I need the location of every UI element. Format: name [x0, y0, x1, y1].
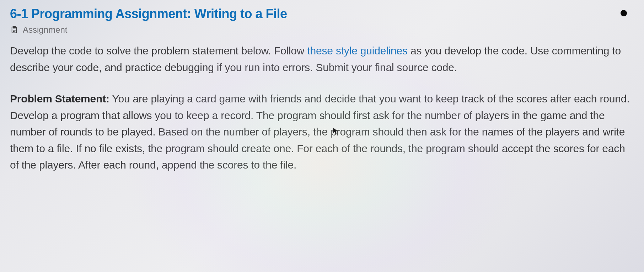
- assignment-type-label: Assignment: [23, 25, 67, 35]
- assignment-icon: [10, 26, 18, 34]
- style-guidelines-link[interactable]: these style guidelines: [307, 45, 407, 57]
- svg-rect-1: [13, 26, 15, 28]
- problem-statement-label: Problem Statement:: [10, 93, 109, 105]
- status-indicator-dot: [621, 10, 627, 16]
- intro-text-before: Develop the code to solve the problem st…: [10, 45, 307, 57]
- assignment-type-row: Assignment: [10, 25, 634, 35]
- assignment-title: 6-1 Programming Assignment: Writing to a…: [10, 6, 634, 21]
- problem-statement-paragraph: Problem Statement: You are playing a car…: [10, 91, 634, 174]
- intro-paragraph: Develop the code to solve the problem st…: [10, 43, 634, 76]
